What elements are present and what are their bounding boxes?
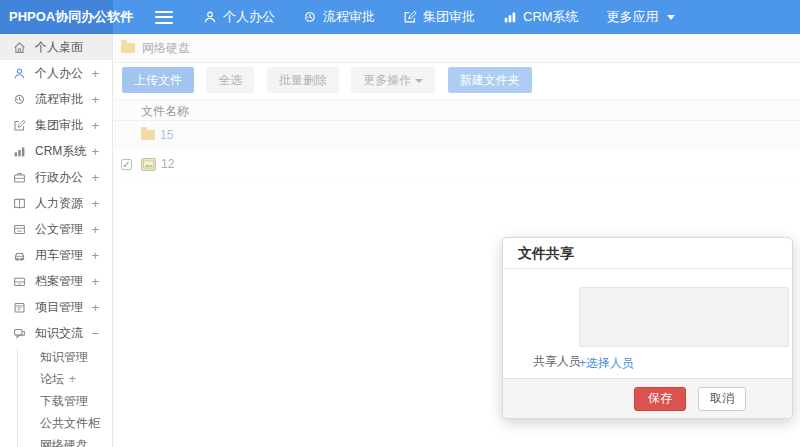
topnav-group-approval[interactable]: 集团审批 — [403, 8, 475, 26]
topnav-label: 更多应用 — [607, 8, 659, 26]
sidebar-item-personal-office[interactable]: 个人办公 + — [0, 60, 112, 86]
chart-icon — [13, 145, 26, 158]
topnav-process-approval[interactable]: 流程审批 — [303, 8, 375, 26]
topnav-label: 个人办公 — [223, 8, 275, 26]
expand-toggle[interactable]: + — [91, 66, 99, 81]
sidebar-label: 知识交流 — [35, 325, 83, 342]
sidebar-label: 集团审批 — [35, 117, 83, 134]
sidebar-label: 个人桌面 — [35, 39, 83, 56]
modal-footer: 保存 取消 — [503, 378, 792, 418]
expand-toggle[interactable]: + — [91, 196, 99, 211]
sidebar-item-admin-office[interactable]: 行政办公 + — [0, 164, 112, 190]
caret-down-icon — [415, 79, 423, 83]
sidebar-label: 档案管理 — [35, 273, 83, 290]
sidebar-item-vehicle-management[interactable]: 用车管理 + — [0, 242, 112, 268]
modal-title: 文件共享 — [503, 238, 792, 269]
sidebar-label: 人力资源 — [35, 195, 83, 212]
file-name-link[interactable]: 15 — [160, 128, 173, 142]
table-row-folder-15[interactable]: 15 — [114, 121, 800, 150]
more-actions-dropdown[interactable]: 更多操作 — [351, 67, 435, 93]
sidebar-item-personal-desktop[interactable]: 个人桌面 — [0, 34, 112, 60]
user-icon — [13, 67, 26, 80]
sidebar-item-project-management[interactable]: 项目管理 + — [0, 294, 112, 320]
topnav-label: 集团审批 — [423, 8, 475, 26]
sidebar-item-archive-management[interactable]: 档案管理 + — [0, 268, 112, 294]
expand-toggle[interactable]: + — [91, 170, 99, 185]
more-actions-label: 更多操作 — [363, 73, 411, 87]
file-share-modal: 文件共享 共享人员 +选择人员 保存 取消 — [502, 237, 793, 419]
file-toolbar: 上传文件 全选 批量删除 更多操作 新建文件夹 — [114, 63, 800, 97]
briefcase-icon — [13, 171, 26, 184]
expand-toggle[interactable]: + — [91, 248, 99, 263]
file-name: 12 — [161, 157, 174, 171]
archive-icon — [13, 275, 26, 288]
upload-file-button[interactable]: 上传文件 — [122, 67, 194, 93]
app-logo: PHPOA协同办公软件 — [0, 0, 113, 34]
sidebar: 个人桌面 个人办公 + 流程审批 + 集团审批 + CRM系统 + 行政办公 +… — [0, 34, 113, 447]
expand-toggle[interactable]: + — [68, 368, 76, 390]
user-icon — [203, 10, 217, 24]
collapse-toggle[interactable]: − — [91, 326, 99, 341]
expand-toggle[interactable]: + — [91, 222, 99, 237]
sidebar-sublabel: 论坛 — [40, 372, 64, 386]
book-icon — [13, 197, 26, 210]
caret-down-icon — [667, 15, 675, 20]
row-checkbox-checked[interactable]: ✓ — [121, 159, 132, 170]
folder-icon — [121, 43, 135, 53]
sidebar-label: CRM系统 — [35, 143, 86, 160]
topnav-personal-office[interactable]: 个人办公 — [203, 8, 275, 26]
breadcrumb: 网络硬盘 — [114, 34, 800, 63]
sidebar-sublabel: 下载管理 — [40, 394, 88, 408]
save-button[interactable]: 保存 — [634, 387, 686, 411]
sidebar-sublabel: 公共文件柜 — [40, 416, 100, 430]
chat-icon — [13, 327, 26, 340]
sidebar-item-human-resources[interactable]: 人力资源 + — [0, 190, 112, 216]
topnav-label: 流程审批 — [323, 8, 375, 26]
modal-body: 共享人员 +选择人员 — [503, 269, 792, 379]
sidebar-subitem-network-disk[interactable]: 网络硬盘 — [0, 434, 112, 447]
home-icon — [13, 41, 26, 54]
top-bar: PHPOA协同办公软件 个人办公 流程审批 集团审批 CRM系统 更多应用 — [0, 0, 800, 34]
cancel-button[interactable]: 取消 — [698, 387, 746, 411]
sidebar-item-process-approval[interactable]: 流程审批 + — [0, 86, 112, 112]
sidebar-item-document-management[interactable]: 公文管理 + — [0, 216, 112, 242]
batch-delete-button[interactable]: 批量删除 — [267, 67, 339, 93]
sidebar-subitem-forum[interactable]: 论坛 + — [0, 368, 112, 390]
hamburger-menu-icon[interactable] — [155, 11, 173, 24]
sidebar-item-knowledge-exchange[interactable]: 知识交流 − — [0, 320, 112, 346]
expand-toggle[interactable]: + — [91, 274, 99, 289]
file-table: 文件名称 15 ✓ 12 — [114, 99, 800, 179]
sidebar-label: 行政办公 — [35, 169, 83, 186]
sidebar-item-group-approval[interactable]: 集团审批 + — [0, 112, 112, 138]
topnav-label: CRM系统 — [523, 8, 579, 26]
sidebar-sublabel: 网络硬盘 — [40, 438, 88, 447]
table-row-file-12[interactable]: ✓ 12 — [114, 150, 800, 179]
sidebar-subitem-knowledge-management[interactable]: 知识管理 — [0, 346, 112, 368]
project-icon — [13, 301, 26, 314]
topnav-crm-system[interactable]: CRM系统 — [503, 8, 579, 26]
sidebar-submenu-knowledge: 知识管理 论坛 + 下载管理 公共文件柜 网络硬盘 — [0, 346, 112, 447]
sidebar-label: 个人办公 — [35, 65, 83, 82]
expand-toggle[interactable]: + — [91, 144, 99, 159]
sidebar-subitem-public-file-cabinet[interactable]: 公共文件柜 — [0, 412, 112, 434]
new-folder-button[interactable]: 新建文件夹 — [448, 67, 532, 93]
choose-members-link[interactable]: +选择人员 — [579, 355, 634, 372]
sidebar-item-crm-system[interactable]: CRM系统 + — [0, 138, 112, 164]
expand-toggle[interactable]: + — [91, 118, 99, 133]
sidebar-label: 公文管理 — [35, 221, 83, 238]
file-table-header: 文件名称 — [114, 99, 800, 121]
expand-toggle[interactable]: + — [91, 92, 99, 107]
expand-toggle[interactable]: + — [91, 300, 99, 315]
share-members-textarea[interactable] — [579, 287, 789, 347]
car-icon — [13, 249, 26, 262]
chart-icon — [503, 10, 517, 24]
sidebar-subitem-download-management[interactable]: 下载管理 — [0, 390, 112, 412]
image-file-icon — [141, 158, 156, 171]
select-all-button[interactable]: 全选 — [206, 67, 254, 93]
topnav-more-apps[interactable]: 更多应用 — [607, 8, 675, 26]
sidebar-label: 用车管理 — [35, 247, 83, 264]
sidebar-label: 项目管理 — [35, 299, 83, 316]
document-icon — [13, 223, 26, 236]
folder-icon — [141, 130, 155, 140]
process-icon — [13, 93, 26, 106]
